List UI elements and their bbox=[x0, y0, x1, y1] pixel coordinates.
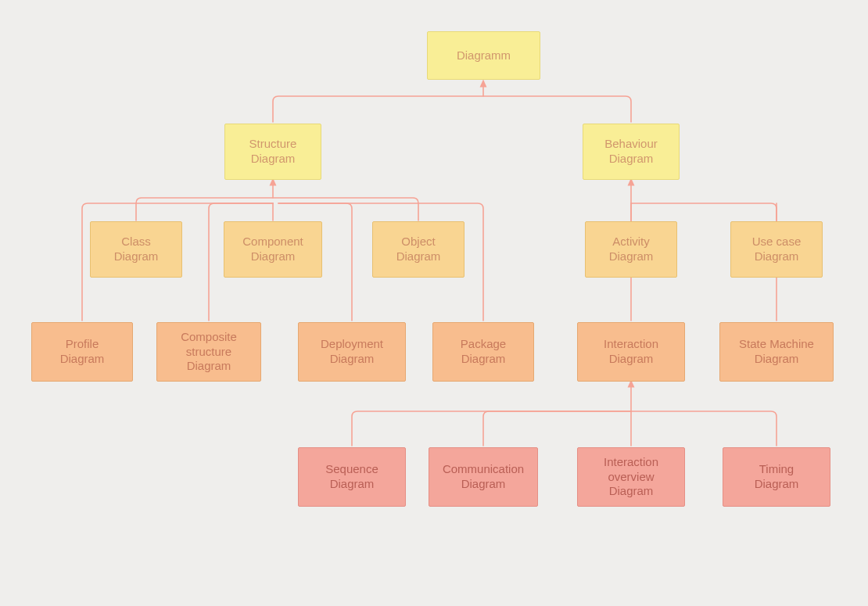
node-state-machine-diagram: State MachineDiagram bbox=[719, 322, 834, 382]
node-profile-diagram: ProfileDiagram bbox=[31, 322, 133, 382]
connector-layer bbox=[0, 0, 868, 606]
node-structure-diagram: StructureDiagram bbox=[224, 124, 321, 180]
node-usecase-diagram: Use caseDiagram bbox=[730, 221, 823, 278]
node-timing-diagram: TimingDiagram bbox=[723, 447, 830, 507]
node-activity-diagram: ActivityDiagram bbox=[585, 221, 677, 278]
node-interaction-diagram: InteractionDiagram bbox=[577, 322, 685, 382]
node-object-diagram: ObjectDiagram bbox=[372, 221, 464, 278]
node-deployment-diagram: DeploymentDiagram bbox=[298, 322, 406, 382]
node-sequence-diagram: SequenceDiagram bbox=[298, 447, 406, 507]
node-communication-diagram: CommunicationDiagram bbox=[429, 447, 538, 507]
node-component-diagram: ComponentDiagram bbox=[224, 221, 322, 278]
node-interaction-overview-diagram: InteractionoverviewDiagram bbox=[577, 447, 685, 507]
node-diagramm: Diagramm bbox=[427, 31, 540, 80]
node-class-diagram: ClassDiagram bbox=[90, 221, 182, 278]
node-behaviour-diagram: BehaviourDiagram bbox=[583, 124, 680, 180]
node-package-diagram: PackageDiagram bbox=[432, 322, 534, 382]
node-composite-structure-diagram: CompositestructureDiagram bbox=[156, 322, 261, 382]
